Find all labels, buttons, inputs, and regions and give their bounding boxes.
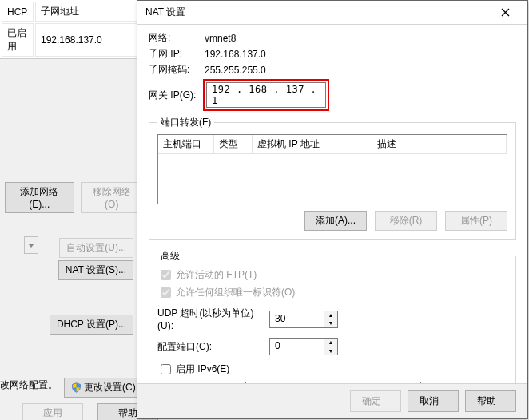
spinner-arrows[interactable]: ▲ ▼ <box>324 339 337 355</box>
port-forward-table[interactable]: 主机端口 类型 虚拟机 IP 地址 描述 <box>157 134 507 204</box>
auto-settings-button: 自动设置(U)... <box>59 238 133 258</box>
port-forward-remove-button: 移除(R) <box>375 211 437 231</box>
col-host-port[interactable]: 主机端口 <box>158 135 214 153</box>
spinner-arrows[interactable]: ▲ ▼ <box>324 311 337 327</box>
background-panel: HCP 子网地址 已启用 192.168.137.0 添加网络(E)... 移除… <box>0 0 144 420</box>
dhcp-settings-button[interactable]: DHCP 设置(P)... <box>50 315 133 335</box>
back-network-table: HCP 子网地址 已启用 192.168.137.0 <box>0 0 144 59</box>
advanced-group: 高级 允许活动的 FTP(T) 允许任何组织唯一标识符(O) UDP 超时(以秒… <box>149 249 516 383</box>
network-label: 网络: <box>149 31 205 45</box>
arrow-up-icon[interactable]: ▲ <box>324 339 337 347</box>
udp-timeout-value[interactable]: 30 <box>270 311 324 327</box>
cell-subnet-addr: 192.168.137.0 <box>35 23 142 57</box>
udp-timeout-spinner[interactable]: 30 ▲ ▼ <box>269 311 338 328</box>
config-port-spinner[interactable]: 0 ▲ ▼ <box>269 338 338 355</box>
config-port-label: 配置端口(C): <box>157 340 269 354</box>
allow-any-oui-label: 允许任何组织唯一标识符(O) <box>176 286 295 299</box>
col-subnet-addr: 子网地址 <box>35 2 142 22</box>
config-port-value[interactable]: 0 <box>270 339 324 355</box>
close-icon <box>501 7 510 18</box>
subnet-ip-value: 192.168.137.0 <box>205 49 516 60</box>
enable-ipv6-checkbox[interactable] <box>161 364 171 374</box>
enable-ipv6-label: 启用 IPv6(E) <box>176 363 229 376</box>
allow-any-oui-checkbox <box>161 287 171 298</box>
gateway-ip-highlight: 192 . 168 . 137 . 1 <box>203 79 329 111</box>
allow-active-ftp-label: 允许活动的 FTP(T) <box>176 268 257 282</box>
gateway-ip-input[interactable]: 192 . 168 . 137 . 1 <box>206 82 326 108</box>
change-settings-button[interactable]: 更改设置(C) <box>64 378 143 398</box>
cancel-button[interactable]: 取消 <box>408 390 459 412</box>
dialog-footer: 确定 取消 帮助 <box>137 383 527 418</box>
dialog-title: NAT 设置 <box>145 6 489 19</box>
gateway-ip-label: 网关 IP(G): <box>149 89 205 102</box>
arrow-down-icon[interactable]: ▼ <box>324 319 337 327</box>
remove-network-button: 移除网络(O) <box>81 182 143 213</box>
subnet-ip-label: 子网 IP: <box>149 47 205 61</box>
col-vm-ip[interactable]: 虚拟机 IP 地址 <box>253 135 372 153</box>
col-type[interactable]: 类型 <box>214 135 253 153</box>
cell-dhcp-state: 已启用 <box>2 23 34 57</box>
advanced-legend: 高级 <box>157 249 183 263</box>
port-forward-header: 主机端口 类型 虚拟机 IP 地址 描述 <box>158 135 507 154</box>
network-value: vmnet8 <box>205 33 516 44</box>
table-row[interactable]: 已启用 192.168.137.0 <box>2 23 142 57</box>
ok-button: 确定 <box>350 390 401 412</box>
add-network-button[interactable]: 添加网络(E)... <box>5 182 74 213</box>
help-button[interactable]: 帮助 <box>465 390 516 412</box>
port-forward-add-button[interactable]: 添加(A)... <box>304 211 367 231</box>
col-dhcp: HCP <box>2 2 34 22</box>
arrow-up-icon[interactable]: ▲ <box>324 311 337 320</box>
titlebar: NAT 设置 <box>137 1 527 25</box>
change-network-msg: 改网络配置。 <box>0 378 58 392</box>
apply-button: 应用 <box>22 403 83 420</box>
nat-settings-button[interactable]: NAT 设置(S)... <box>58 260 133 280</box>
subnet-mask-value: 255.255.255.0 <box>205 65 516 76</box>
arrow-down-icon[interactable]: ▼ <box>324 347 337 355</box>
chevron-down-icon[interactable] <box>24 236 38 254</box>
port-forward-props-button: 属性(P) <box>445 211 507 231</box>
subnet-mask-label: 子网掩码: <box>149 63 205 77</box>
col-desc[interactable]: 描述 <box>372 135 507 153</box>
port-forward-legend: 端口转发(F) <box>157 116 214 129</box>
close-button[interactable] <box>489 2 521 24</box>
nat-settings-dialog: NAT 设置 网络: vmnet8 子网 IP: 192.168.137.0 子… <box>137 0 528 419</box>
allow-active-ftp-checkbox <box>161 270 171 280</box>
port-forward-group: 端口转发(F) 主机端口 类型 虚拟机 IP 地址 描述 添加(A)... 移除… <box>149 116 516 240</box>
udp-timeout-label: UDP 超时(以秒为单位)(U): <box>157 307 269 331</box>
shield-icon <box>71 382 82 393</box>
